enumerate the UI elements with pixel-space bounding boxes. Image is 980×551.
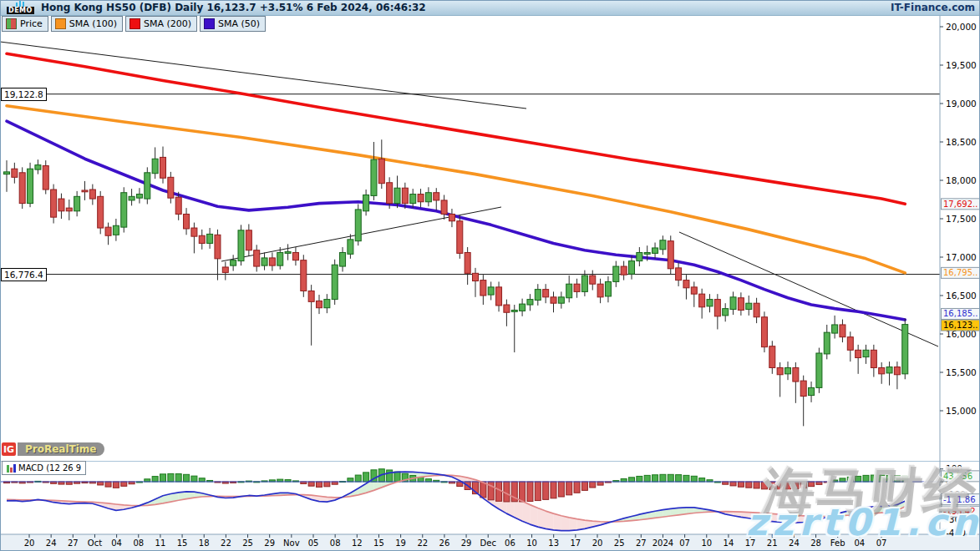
prorealtime-wordmark: ProRealTime bbox=[18, 442, 104, 456]
svg-text:26: 26 bbox=[439, 538, 450, 548]
legend-item-sma-50[interactable]: SMA (50) bbox=[200, 16, 266, 32]
svg-text:15,500: 15,500 bbox=[946, 367, 977, 377]
svg-text:05: 05 bbox=[308, 538, 319, 548]
line-swatch-icon bbox=[55, 18, 66, 29]
horizontal-lines[interactable] bbox=[0, 94, 940, 275]
svg-text:15: 15 bbox=[177, 538, 188, 548]
svg-text:29: 29 bbox=[461, 538, 472, 548]
watermark-url: zzrt01.cn bbox=[746, 501, 980, 543]
price-line-label: 19,122.8 bbox=[1, 88, 47, 101]
svg-text:22: 22 bbox=[221, 538, 231, 548]
svg-text:15,000: 15,000 bbox=[946, 406, 977, 416]
svg-text:19,500: 19,500 bbox=[946, 60, 977, 70]
svg-text:24: 24 bbox=[46, 538, 57, 548]
svg-text:20: 20 bbox=[592, 538, 603, 548]
svg-text:27: 27 bbox=[68, 538, 79, 548]
price-swatch-icon bbox=[6, 18, 17, 29]
svg-text:22: 22 bbox=[417, 538, 428, 548]
svg-text:16,123..: 16,123.. bbox=[943, 321, 977, 330]
svg-text:19: 19 bbox=[395, 538, 406, 548]
svg-text:18: 18 bbox=[199, 538, 210, 548]
svg-text:16,500: 16,500 bbox=[946, 291, 977, 301]
candlestick-app-icon bbox=[16, 1, 24, 7]
svg-text:25: 25 bbox=[242, 538, 253, 548]
chart-title: Hong Kong HS50 (DFB) Daily 16,123.7 +3.5… bbox=[41, 2, 426, 13]
svg-text:04: 04 bbox=[111, 538, 122, 548]
svg-text:13: 13 bbox=[548, 538, 559, 548]
legend-item-label: SMA (200) bbox=[144, 18, 191, 29]
header-bar: DEMO Hong Kong HS50 (DFB) Daily 16,123.7… bbox=[0, 0, 980, 16]
svg-text:17,692..: 17,692.. bbox=[943, 200, 977, 209]
app-badge: DEMO bbox=[7, 1, 34, 14]
svg-text:Dec: Dec bbox=[480, 538, 496, 548]
svg-text:29: 29 bbox=[264, 538, 275, 548]
legend-item-label: SMA (100) bbox=[69, 18, 117, 29]
svg-text:12: 12 bbox=[352, 538, 363, 548]
svg-text:16,185..: 16,185.. bbox=[943, 309, 977, 318]
line-swatch-icon bbox=[129, 18, 140, 29]
legend-item-label: SMA (50) bbox=[218, 18, 260, 29]
legend-item-sma-200[interactable]: SMA (200) bbox=[125, 16, 197, 32]
svg-text:18,500: 18,500 bbox=[946, 137, 977, 147]
price-line-label: 16,776.4 bbox=[1, 268, 47, 281]
svg-text:10: 10 bbox=[701, 538, 712, 548]
svg-text:27: 27 bbox=[636, 538, 647, 548]
svg-text:14: 14 bbox=[724, 538, 734, 548]
svg-text:08: 08 bbox=[330, 538, 341, 548]
svg-text:16,795..: 16,795.. bbox=[943, 268, 977, 277]
ig-logo: IG bbox=[2, 442, 16, 456]
legend-item-sma-100[interactable]: SMA (100) bbox=[51, 16, 123, 32]
svg-text:Nov: Nov bbox=[283, 538, 300, 548]
legend-bar: PriceSMA (100)SMA (200)SMA (50) bbox=[2, 16, 266, 32]
svg-text:08: 08 bbox=[133, 538, 144, 548]
svg-text:15: 15 bbox=[373, 538, 384, 548]
svg-text:18,000: 18,000 bbox=[946, 175, 977, 185]
indicator-settings-label[interactable]: MACD (12 26 9 bbox=[2, 461, 86, 475]
svg-text:17,500: 17,500 bbox=[946, 214, 977, 224]
svg-text:2024: 2024 bbox=[652, 538, 673, 548]
svg-text:17: 17 bbox=[570, 538, 581, 548]
legend-item-label: Price bbox=[20, 18, 43, 29]
svg-text:Oct: Oct bbox=[88, 538, 102, 548]
sma-lines bbox=[7, 53, 905, 320]
svg-text:20: 20 bbox=[24, 538, 35, 548]
svg-text:25: 25 bbox=[614, 538, 625, 548]
svg-text:19,000: 19,000 bbox=[946, 99, 977, 109]
indicator-label-text: MACD (12 26 9 bbox=[18, 463, 81, 473]
indicator-icon bbox=[7, 464, 16, 473]
svg-text:20,000: 20,000 bbox=[946, 22, 977, 32]
brand-link[interactable]: IT-Finance.com bbox=[891, 2, 975, 13]
demo-badge: DEMO bbox=[7, 7, 34, 14]
prorealtime-logo: IG ProRealTime bbox=[2, 442, 104, 456]
line-swatch-icon bbox=[204, 18, 215, 29]
legend-item-price[interactable]: Price bbox=[2, 16, 48, 32]
svg-text:17,000: 17,000 bbox=[946, 252, 977, 262]
svg-text:06: 06 bbox=[505, 538, 515, 548]
svg-text:07: 07 bbox=[679, 538, 690, 548]
svg-text:10: 10 bbox=[526, 538, 537, 548]
svg-text:11: 11 bbox=[155, 538, 166, 548]
